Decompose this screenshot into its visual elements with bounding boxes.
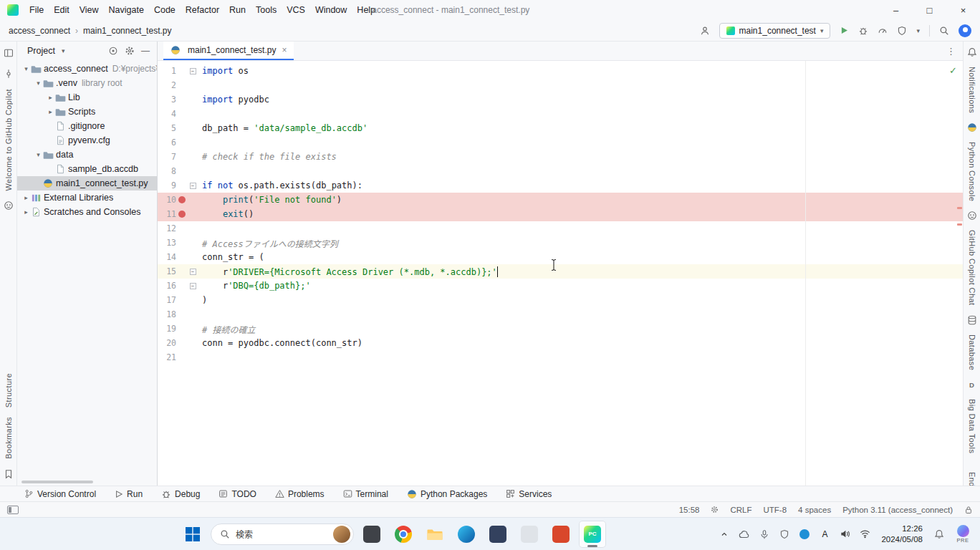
- line-number[interactable]: 17: [158, 295, 176, 305]
- taskbar-app-4[interactable]: [547, 521, 575, 548]
- tool-button-version-control[interactable]: Version Control: [24, 489, 96, 499]
- copilot-icon[interactable]: [3, 200, 14, 211]
- python-interpreter[interactable]: Python 3.11 (access_connect): [842, 506, 953, 514]
- code-line-13[interactable]: 13# Accessファイルへの接続文字列: [158, 236, 963, 250]
- lock-icon[interactable]: [964, 506, 973, 514]
- line-number[interactable]: 15: [158, 266, 176, 276]
- menu-run[interactable]: Run: [224, 0, 251, 20]
- taskbar-clock[interactable]: 12:26 2024/05/08: [881, 524, 923, 545]
- breakpoint-icon[interactable]: [178, 196, 186, 203]
- chevron-closed-icon[interactable]: ▸: [21, 194, 31, 201]
- code-line-7[interactable]: 7# check if the file exists: [158, 150, 963, 164]
- tool-button-terminal[interactable]: Terminal: [343, 489, 388, 499]
- menu-refactor[interactable]: Refactor: [181, 0, 224, 20]
- tree-item-access-connect[interactable]: ▾access_connectD:¥projects¥a: [17, 62, 157, 76]
- tree-item-main1-connect-test-py[interactable]: main1_connect_test.py: [17, 176, 157, 190]
- network-icon[interactable]: [855, 518, 874, 550]
- taskbar-app-1[interactable]: [358, 521, 385, 548]
- tab-options-kebab-icon[interactable]: ⋮: [946, 46, 956, 57]
- line-number[interactable]: 13: [158, 238, 176, 248]
- notifications-bell-icon[interactable]: [930, 518, 948, 550]
- tree-item-external-libraries[interactable]: ▸External Libraries: [17, 190, 157, 205]
- line-number[interactable]: 7: [158, 152, 176, 162]
- taskbar-chrome[interactable]: [390, 521, 417, 548]
- more-run-options-icon[interactable]: ▾: [916, 27, 920, 34]
- maximize-button[interactable]: □: [913, 0, 946, 20]
- chevron-closed-icon[interactable]: ▸: [46, 94, 55, 101]
- code-line-2[interactable]: 2: [158, 78, 963, 92]
- tree-item-venv[interactable]: ▾.venvlibrary root: [17, 76, 157, 90]
- taskbar-file-explorer[interactable]: [421, 521, 448, 548]
- code-line-5[interactable]: 5db_path = 'data/sample_db.accdb': [158, 121, 963, 135]
- line-separator[interactable]: CRLF: [730, 506, 751, 514]
- fold-icon[interactable]: −: [190, 269, 196, 275]
- menu-vcs[interactable]: VCS: [282, 0, 310, 20]
- taskbar-pycharm[interactable]: PC: [579, 521, 606, 548]
- account-avatar[interactable]: [959, 24, 971, 37]
- code-line-4[interactable]: 4: [158, 107, 963, 121]
- line-number[interactable]: 9: [158, 180, 176, 190]
- microphone-icon[interactable]: [755, 518, 774, 550]
- code-line-3[interactable]: 3import pyodbc: [158, 92, 963, 107]
- bookmarks-icon[interactable]: [3, 468, 14, 480]
- chevron-open-icon[interactable]: ▾: [34, 79, 43, 87]
- volume-icon[interactable]: [835, 518, 854, 550]
- chevron-closed-icon[interactable]: ▸: [46, 108, 55, 115]
- tool-button-debug[interactable]: Debug: [161, 489, 200, 499]
- fold-icon[interactable]: −: [190, 68, 196, 74]
- security-shield-icon[interactable]: [775, 518, 794, 550]
- line-number[interactable]: 16: [158, 281, 176, 291]
- run-button[interactable]: [840, 26, 849, 35]
- tool-button-services[interactable]: Services: [506, 489, 552, 499]
- line-number[interactable]: 10: [158, 195, 176, 205]
- code-line-20[interactable]: 20conn = pyodbc.connect(conn_str): [158, 336, 963, 350]
- search-highlight-icon[interactable]: [333, 526, 350, 543]
- bigdata-icon[interactable]: D: [966, 380, 978, 390]
- menu-navigate[interactable]: Navigate: [104, 0, 149, 20]
- code-line-21[interactable]: 21: [158, 350, 963, 365]
- menu-tools[interactable]: Tools: [251, 0, 282, 20]
- taskbar-app-3[interactable]: [516, 521, 543, 548]
- tray-status-icon[interactable]: [795, 518, 814, 550]
- tree-item-sample-db-accdb[interactable]: sample_db.accdb: [17, 162, 157, 176]
- copilot-button[interactable]: PRE: [950, 518, 976, 550]
- taskbar-search[interactable]: 検索: [211, 524, 354, 545]
- tree-item-data[interactable]: ▾data: [17, 148, 157, 162]
- line-number[interactable]: 1: [158, 66, 176, 76]
- locate-file-icon[interactable]: [108, 46, 118, 56]
- chevron-closed-icon[interactable]: ▸: [21, 208, 31, 216]
- code-line-14[interactable]: 14conn_str = (: [158, 250, 963, 264]
- project-view-chevron-icon[interactable]: ▾: [62, 47, 65, 54]
- tool-button-todo[interactable]: TODO: [218, 489, 256, 499]
- tree-item-pyvenv-cfg[interactable]: pyvenv.cfg: [17, 133, 157, 148]
- tool-button-python-packages[interactable]: Python Packages: [407, 489, 487, 499]
- tool-button-run[interactable]: Run: [115, 489, 143, 499]
- run-configuration-select[interactable]: main1_connect_test ▾: [719, 23, 831, 39]
- menu-view[interactable]: View: [75, 0, 104, 20]
- line-number[interactable]: 3: [158, 95, 176, 105]
- code-line-16[interactable]: 16− r'DBQ={db_path};': [158, 279, 963, 293]
- breadcrumb-item-access-connect[interactable]: access_connect: [9, 26, 70, 36]
- tool-button-database[interactable]: Database: [968, 334, 976, 370]
- bell-icon[interactable]: [966, 47, 978, 57]
- error-stripe-mark[interactable]: [957, 207, 962, 209]
- line-number[interactable]: 21: [158, 352, 176, 362]
- status-widget-icon[interactable]: [711, 506, 719, 513]
- search-everywhere-button[interactable]: [939, 26, 949, 36]
- error-stripe-mark[interactable]: [957, 223, 962, 226]
- code-line-6[interactable]: 6: [158, 135, 963, 150]
- menu-code[interactable]: Code: [149, 0, 181, 20]
- project-view-label[interactable]: Project: [27, 46, 55, 56]
- line-number[interactable]: 18: [158, 309, 176, 319]
- code-line-17[interactable]: 17): [158, 293, 963, 307]
- line-number[interactable]: 12: [158, 223, 176, 233]
- minimize-button[interactable]: –: [879, 0, 913, 20]
- breakpoint-icon[interactable]: [178, 211, 186, 218]
- database-icon[interactable]: [966, 315, 978, 325]
- tree-item-gitignore[interactable]: .gitignore: [17, 119, 157, 133]
- tool-button-welcome-to-github-copilot[interactable]: Welcome to GitHub Copilot: [4, 89, 13, 190]
- tree-item-scratches-and-consoles[interactable]: ▸Scratches and Consoles: [17, 205, 157, 219]
- tab-close-icon[interactable]: ×: [282, 45, 287, 55]
- pycharm-logo-icon[interactable]: [7, 4, 19, 16]
- code-line-11[interactable]: 11 exit(): [158, 207, 963, 221]
